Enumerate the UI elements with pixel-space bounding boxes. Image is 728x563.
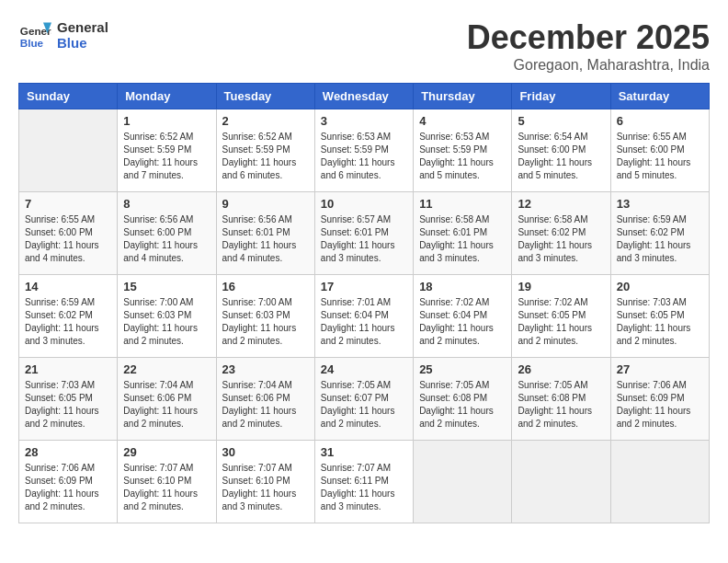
day-info: Sunrise: 6:52 AM Sunset: 5:59 PM Dayligh… [123, 131, 210, 182]
calendar-cell: 25Sunrise: 7:05 AM Sunset: 6:08 PM Dayli… [414, 358, 512, 441]
day-number: 1 [123, 114, 210, 128]
day-info: Sunrise: 6:53 AM Sunset: 5:59 PM Dayligh… [419, 131, 506, 182]
calendar-cell: 15Sunrise: 7:00 AM Sunset: 6:03 PM Dayli… [118, 275, 216, 358]
day-number: 22 [123, 362, 210, 376]
day-number: 24 [321, 362, 407, 376]
month-title: December 2025 [467, 18, 710, 57]
calendar-cell: 9Sunrise: 6:56 AM Sunset: 6:01 PM Daylig… [216, 192, 314, 275]
day-number: 3 [321, 114, 407, 128]
day-info: Sunrise: 6:58 AM Sunset: 6:02 PM Dayligh… [518, 213, 604, 265]
day-info: Sunrise: 7:05 AM Sunset: 6:08 PM Dayligh… [419, 379, 506, 431]
day-number: 30 [222, 445, 309, 459]
day-number: 5 [518, 114, 604, 128]
calendar-cell: 29Sunrise: 7:07 AM Sunset: 6:10 PM Dayli… [118, 441, 216, 523]
day-number: 11 [419, 197, 506, 211]
day-header-tuesday: Tuesday [216, 84, 314, 109]
calendar-header: SundayMondayTuesdayWednesdayThursdayFrid… [19, 84, 710, 109]
calendar-cell: 1Sunrise: 6:52 AM Sunset: 5:59 PM Daylig… [118, 109, 216, 192]
calendar-cell: 2Sunrise: 6:52 AM Sunset: 5:59 PM Daylig… [216, 109, 314, 192]
day-number: 19 [518, 280, 604, 293]
calendar-cell: 8Sunrise: 6:56 AM Sunset: 6:00 PM Daylig… [118, 192, 216, 275]
calendar-week-1: 1Sunrise: 6:52 AM Sunset: 5:59 PM Daylig… [19, 109, 710, 192]
day-info: Sunrise: 7:05 AM Sunset: 6:07 PM Dayligh… [321, 379, 407, 431]
calendar-cell: 18Sunrise: 7:02 AM Sunset: 6:04 PM Dayli… [414, 275, 512, 358]
logo-icon: General Blue [18, 18, 51, 52]
day-number: 13 [617, 197, 703, 211]
day-info: Sunrise: 7:07 AM Sunset: 6:10 PM Dayligh… [222, 462, 309, 513]
calendar-week-2: 7Sunrise: 6:55 AM Sunset: 6:00 PM Daylig… [19, 192, 710, 275]
day-info: Sunrise: 7:06 AM Sunset: 6:09 PM Dayligh… [25, 462, 111, 513]
day-info: Sunrise: 6:53 AM Sunset: 5:59 PM Dayligh… [321, 131, 407, 182]
day-number: 28 [25, 445, 111, 459]
calendar-cell: 13Sunrise: 6:59 AM Sunset: 6:02 PM Dayli… [610, 192, 709, 275]
logo-blue: Blue [57, 35, 108, 51]
calendar-cell: 11Sunrise: 6:58 AM Sunset: 6:01 PM Dayli… [414, 192, 512, 275]
day-info: Sunrise: 6:57 AM Sunset: 6:01 PM Dayligh… [321, 213, 407, 265]
day-info: Sunrise: 6:56 AM Sunset: 6:00 PM Dayligh… [123, 213, 210, 265]
day-header-wednesday: Wednesday [314, 84, 413, 109]
day-number: 16 [222, 280, 309, 293]
day-header-thursday: Thursday [414, 84, 512, 109]
calendar-cell: 24Sunrise: 7:05 AM Sunset: 6:07 PM Dayli… [314, 358, 413, 441]
day-info: Sunrise: 7:02 AM Sunset: 6:05 PM Dayligh… [518, 296, 604, 348]
day-info: Sunrise: 6:55 AM Sunset: 6:00 PM Dayligh… [617, 131, 703, 182]
title-block: December 2025 Goregaon, Maharashtra, Ind… [467, 18, 710, 74]
day-info: Sunrise: 7:07 AM Sunset: 6:11 PM Dayligh… [321, 462, 407, 513]
calendar-cell: 28Sunrise: 7:06 AM Sunset: 6:09 PM Dayli… [19, 441, 118, 523]
day-info: Sunrise: 7:02 AM Sunset: 6:04 PM Dayligh… [419, 296, 506, 348]
day-info: Sunrise: 7:01 AM Sunset: 6:04 PM Dayligh… [321, 296, 407, 348]
day-number: 29 [123, 445, 210, 459]
day-info: Sunrise: 7:04 AM Sunset: 6:06 PM Dayligh… [123, 379, 210, 431]
calendar-cell: 23Sunrise: 7:04 AM Sunset: 6:06 PM Dayli… [216, 358, 314, 441]
calendar-cell: 4Sunrise: 6:53 AM Sunset: 5:59 PM Daylig… [414, 109, 512, 192]
calendar-cell: 26Sunrise: 7:05 AM Sunset: 6:08 PM Dayli… [512, 358, 610, 441]
day-info: Sunrise: 6:58 AM Sunset: 6:01 PM Dayligh… [419, 213, 506, 265]
day-info: Sunrise: 7:00 AM Sunset: 6:03 PM Dayligh… [222, 296, 309, 348]
day-header-sunday: Sunday [19, 84, 118, 109]
day-number: 2 [222, 114, 309, 128]
calendar-cell: 6Sunrise: 6:55 AM Sunset: 6:00 PM Daylig… [610, 109, 709, 192]
day-number: 8 [123, 197, 210, 211]
calendar-week-4: 21Sunrise: 7:03 AM Sunset: 6:05 PM Dayli… [19, 358, 710, 441]
calendar-cell: 7Sunrise: 6:55 AM Sunset: 6:00 PM Daylig… [19, 192, 118, 275]
day-info: Sunrise: 7:07 AM Sunset: 6:10 PM Dayligh… [123, 462, 210, 513]
calendar-cell: 3Sunrise: 6:53 AM Sunset: 5:59 PM Daylig… [314, 109, 413, 192]
calendar-cell: 17Sunrise: 7:01 AM Sunset: 6:04 PM Dayli… [314, 275, 413, 358]
day-info: Sunrise: 6:54 AM Sunset: 6:00 PM Dayligh… [518, 131, 604, 182]
day-info: Sunrise: 7:03 AM Sunset: 6:05 PM Dayligh… [25, 379, 111, 431]
day-number: 12 [518, 197, 604, 211]
day-number: 25 [419, 362, 506, 376]
day-number: 17 [321, 280, 407, 293]
day-number: 10 [321, 197, 407, 211]
day-number: 9 [222, 197, 309, 211]
calendar-cell: 22Sunrise: 7:04 AM Sunset: 6:06 PM Dayli… [118, 358, 216, 441]
day-number: 31 [321, 445, 407, 459]
day-info: Sunrise: 6:56 AM Sunset: 6:01 PM Dayligh… [222, 213, 309, 265]
day-info: Sunrise: 7:05 AM Sunset: 6:08 PM Dayligh… [518, 379, 604, 431]
calendar-cell [610, 441, 709, 523]
calendar-cell: 12Sunrise: 6:58 AM Sunset: 6:02 PM Dayli… [512, 192, 610, 275]
day-info: Sunrise: 7:06 AM Sunset: 6:09 PM Dayligh… [617, 379, 703, 431]
day-number: 14 [25, 280, 111, 293]
day-info: Sunrise: 7:00 AM Sunset: 6:03 PM Dayligh… [123, 296, 210, 348]
day-info: Sunrise: 6:52 AM Sunset: 5:59 PM Dayligh… [222, 131, 309, 182]
day-header-friday: Friday [512, 84, 610, 109]
calendar-cell: 19Sunrise: 7:02 AM Sunset: 6:05 PM Dayli… [512, 275, 610, 358]
day-number: 18 [419, 280, 506, 293]
calendar-week-5: 28Sunrise: 7:06 AM Sunset: 6:09 PM Dayli… [19, 441, 710, 523]
calendar-cell: 30Sunrise: 7:07 AM Sunset: 6:10 PM Dayli… [216, 441, 314, 523]
calendar-table: SundayMondayTuesdayWednesdayThursdayFrid… [18, 83, 710, 523]
day-number: 6 [617, 114, 703, 128]
logo: General Blue General Blue [18, 18, 108, 52]
calendar-cell: 20Sunrise: 7:03 AM Sunset: 6:05 PM Dayli… [610, 275, 709, 358]
location: Goregaon, Maharashtra, India [467, 57, 710, 74]
svg-text:Blue: Blue [20, 37, 44, 49]
day-info: Sunrise: 6:55 AM Sunset: 6:00 PM Dayligh… [25, 213, 111, 265]
logo-general: General [57, 19, 108, 35]
calendar-cell: 21Sunrise: 7:03 AM Sunset: 6:05 PM Dayli… [19, 358, 118, 441]
calendar-cell: 16Sunrise: 7:00 AM Sunset: 6:03 PM Dayli… [216, 275, 314, 358]
calendar-cell: 5Sunrise: 6:54 AM Sunset: 6:00 PM Daylig… [512, 109, 610, 192]
day-number: 26 [518, 362, 604, 376]
day-header-saturday: Saturday [610, 84, 709, 109]
page-header: General Blue General Blue December 2025 … [18, 18, 710, 74]
